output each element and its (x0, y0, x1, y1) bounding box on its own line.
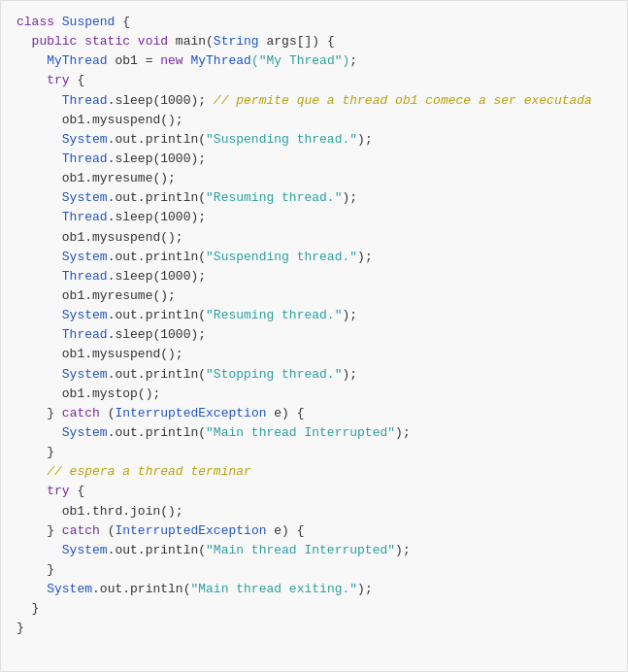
code-line: Thread.sleep(1000); // permite que a thr… (17, 91, 611, 111)
code-line: } (17, 443, 611, 462)
code-line: Thread.sleep(1000); (17, 208, 611, 227)
code-line: System.out.println("Suspending thread.")… (17, 130, 611, 150)
code-line: System.out.println("Main thread Interrup… (17, 541, 611, 560)
code-line: ob1.myresume(); (17, 286, 611, 306)
code-line: System.out.println("Main thread Interrup… (17, 423, 611, 443)
code-line: } catch (InterruptedException e) { (17, 404, 611, 423)
code-line: ob1.mysuspend(); (17, 111, 611, 130)
code-line: Thread.sleep(1000); (17, 267, 611, 286)
code-line: } catch (InterruptedException e) { (17, 521, 611, 541)
code-line: try { (17, 482, 611, 501)
code-line: ob1.myresume(); (17, 169, 611, 188)
code-line: } (17, 560, 611, 580)
code-line: System.out.println("Main thread exiting.… (17, 580, 611, 599)
code-line: ob1.thrd.join(); (17, 502, 611, 521)
code-line: MyThread ob1 = new MyThread("My Thread")… (17, 51, 611, 71)
code-line: try { (17, 71, 611, 90)
code-line: ob1.mysuspend(); (17, 345, 611, 364)
code-line: System.out.println("Resuming thread."); (17, 306, 611, 325)
code-line: System.out.println("Stopping thread."); (17, 365, 611, 385)
code-line: ob1.mystop(); (17, 385, 611, 404)
code-line: } (17, 599, 611, 619)
code-line: class Suspend { (17, 13, 611, 32)
code-line: System.out.println("Suspending thread.")… (17, 248, 611, 267)
code-content: class Suspend { public static void main(… (1, 13, 627, 639)
code-line: Thread.sleep(1000); (17, 325, 611, 345)
code-line: } (17, 619, 611, 638)
code-editor: class Suspend { public static void main(… (0, 0, 628, 672)
code-line: ob1.mysuspend(); (17, 228, 611, 248)
code-line: Thread.sleep(1000); (17, 150, 611, 169)
code-line: System.out.println("Resuming thread."); (17, 188, 611, 208)
code-line: // espera a thread terminar (17, 462, 611, 482)
code-line: public static void main(String args[]) { (17, 32, 611, 51)
